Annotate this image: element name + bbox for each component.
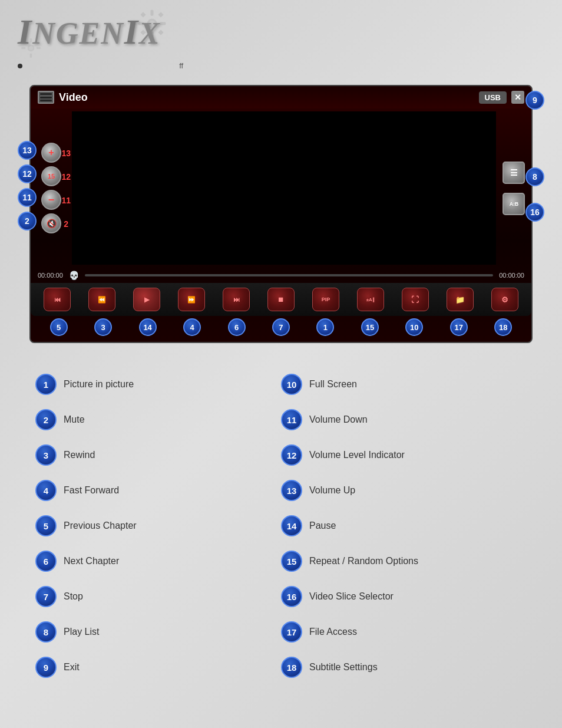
desc-label-7: Stop	[64, 591, 83, 602]
vol-level-label: 12	[61, 172, 71, 182]
desc-item-18: 18 Subtitle Settings	[281, 650, 527, 685]
desc-label-11: Volume Down	[309, 414, 368, 425]
desc-label-12: Volume Level Indicator	[309, 450, 405, 460]
desc-badge-13: 13	[281, 480, 302, 501]
desc-label-18: Subtitle Settings	[309, 662, 378, 673]
left-controls: + 13 15 12 − 11 🔇	[31, 108, 72, 268]
desc-badge-4: 4	[35, 480, 57, 501]
playlist-button[interactable]: ☰	[503, 162, 525, 184]
video-main-area: + 13 15 12 − 11 🔇	[31, 108, 531, 268]
transport-num-6: 6	[228, 318, 246, 336]
desc-item-14: 14 Pause	[281, 508, 527, 543]
settings-button[interactable]: ⚙	[491, 288, 518, 311]
stop-button[interactable]: ⏹	[267, 288, 295, 311]
player-topbar: Video USB ✕	[31, 86, 531, 108]
desc-badge-12: 12	[281, 444, 302, 466]
desc-col-left: 1 Picture in picture 2 Mute 3 Rewind 4 F…	[35, 367, 281, 685]
transport-num-18: 18	[494, 318, 512, 336]
desc-label-17: File Access	[309, 627, 357, 637]
desc-badge-6: 6	[35, 551, 57, 572]
mute-button[interactable]: 🔇 2	[41, 213, 61, 233]
desc-item-15: 15 Repeat / Random Options	[281, 543, 527, 579]
desc-badge-16: 16	[281, 586, 302, 607]
rewind-button[interactable]: ⏪	[88, 288, 115, 311]
desc-label-6: Next Chapter	[64, 556, 119, 566]
fast-forward-button[interactable]: ⏩	[178, 288, 205, 311]
mute-label: 2	[64, 219, 68, 229]
transport-num-15: 15	[361, 318, 379, 336]
desc-item-3: 3 Rewind	[35, 437, 281, 473]
player-title: Video	[59, 91, 88, 104]
player-container: 9 8 16 13 12 11 2 Video	[29, 85, 533, 343]
desc-label-8: Play List	[64, 627, 99, 637]
desc-item-10: 10 Full Screen	[281, 367, 527, 402]
desc-label-14: Pause	[309, 521, 336, 531]
logo: INGENIX	[18, 12, 161, 52]
right-controls: ☰ A↕B	[496, 108, 531, 268]
badge-16: 16	[525, 203, 544, 222]
bullet-ff: ff	[179, 61, 183, 70]
desc-badge-17: 17	[281, 621, 302, 643]
desc-item-16: 16 Video Slice Selector	[281, 579, 527, 614]
time-total: 00:00:00	[499, 272, 524, 279]
transport-num-3: 3	[94, 318, 112, 336]
progress-bar[interactable]	[85, 274, 493, 276]
transport-num-10: 10	[405, 318, 423, 336]
transport-num-17: 17	[450, 318, 468, 336]
badge-12: 12	[18, 164, 37, 183]
desc-label-15: Repeat / Random Options	[309, 556, 418, 566]
desc-badge-14: 14	[281, 515, 302, 536]
desc-item-12: 12 Volume Level Indicator	[281, 437, 527, 473]
pip-button[interactable]: PIP	[312, 288, 339, 311]
volume-up-button[interactable]: + 13	[41, 143, 61, 163]
badge-2: 2	[18, 212, 37, 230]
desc-label-16: Video Slice Selector	[309, 591, 394, 602]
desc-item-1: 1 Picture in picture	[35, 367, 281, 402]
player-title-area: Video	[38, 91, 88, 104]
close-button[interactable]: ✕	[511, 91, 524, 104]
fullscreen-button[interactable]: ⛶	[402, 288, 429, 311]
description-section: 1 Picture in picture 2 Mute 3 Rewind 4 F…	[0, 355, 562, 697]
desc-label-13: Volume Up	[309, 485, 355, 496]
time-elapsed: 00:00:00	[38, 272, 63, 279]
repeat-random-button[interactable]: ±A∥	[357, 288, 384, 311]
logo-text: INGENIX	[18, 12, 161, 52]
volume-down-button[interactable]: − 11	[41, 190, 61, 210]
transport-bar: ⏮ ⏪ ▶ ⏩ ⏭ ⏹ PIP ±A∥ ⛶ 📁 ⚙	[31, 283, 531, 316]
desc-badge-7: 7	[35, 586, 57, 607]
bullet-empty-text	[28, 61, 126, 70]
desc-label-9: Exit	[64, 662, 80, 673]
player-source-badge: USB	[479, 91, 507, 104]
vol-down-label: 11	[61, 196, 71, 205]
desc-item-8: 8 Play List	[35, 614, 281, 650]
volume-level-button: 15 12	[41, 166, 61, 186]
badge-11: 11	[18, 188, 37, 207]
vol-up-label: 13	[61, 149, 71, 158]
header: INGENIX	[0, 0, 562, 58]
ab-repeat-button[interactable]: A↕B	[503, 193, 525, 215]
prev-chapter-button[interactable]: ⏮	[44, 288, 71, 311]
desc-label-2: Mute	[64, 414, 85, 425]
desc-label-1: Picture in picture	[64, 379, 134, 390]
desc-badge-8: 8	[35, 621, 57, 643]
badge-8: 8	[525, 167, 544, 186]
transport-num-4: 4	[183, 318, 201, 336]
transport-num-7: 7	[272, 318, 290, 336]
desc-col-right: 10 Full Screen 11 Volume Down 12 Volume …	[281, 367, 527, 685]
desc-label-4: Fast Forward	[64, 485, 119, 496]
desc-label-5: Previous Chapter	[64, 521, 137, 531]
transport-num-5: 5	[50, 318, 68, 336]
desc-item-17: 17 File Access	[281, 614, 527, 650]
desc-badge-10: 10	[281, 374, 302, 395]
transport-num-1: 1	[316, 318, 334, 336]
desc-badge-5: 5	[35, 515, 57, 536]
progress-area: 00:00:00 💀 00:00:00	[31, 268, 531, 283]
play-button[interactable]: ▶	[133, 288, 160, 311]
transport-num-14: 14	[139, 318, 157, 336]
transport-number-badges: 5 3 14 4 6 7 1 15 10 17 18	[31, 316, 531, 342]
desc-label-10: Full Screen	[309, 379, 357, 390]
video-player: Video USB ✕ + 13 15	[29, 85, 533, 343]
desc-label-3: Rewind	[64, 450, 95, 460]
file-access-button[interactable]: 📁	[447, 288, 474, 311]
next-chapter-button[interactable]: ⏭	[223, 288, 250, 311]
